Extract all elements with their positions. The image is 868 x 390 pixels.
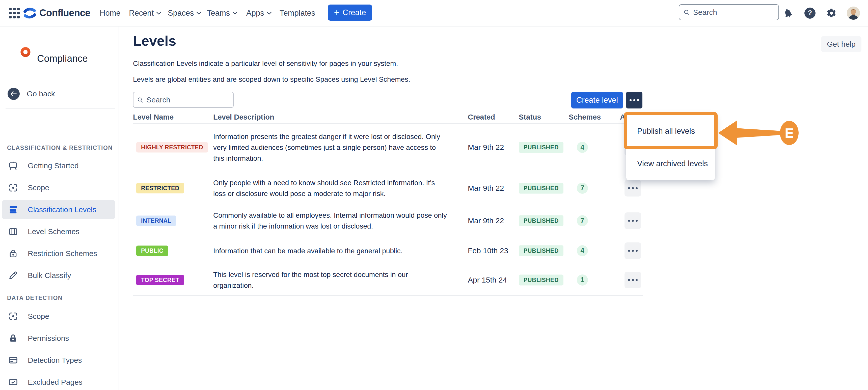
sidebar-item-scope[interactable]: Scope [2, 178, 115, 197]
sidebar-item-classification-levels[interactable]: Classification Levels [2, 200, 115, 219]
status-badge: PUBLISHED [519, 245, 563, 256]
status-badge: PUBLISHED [519, 274, 563, 285]
section-data-detection: DATA DETECTION [7, 295, 63, 301]
schemes-count: 7 [577, 183, 588, 194]
scope-icon [8, 183, 18, 193]
level-description: Only people with a need to know should s… [213, 177, 435, 199]
gear-icon [826, 8, 837, 19]
schemes-count: 4 [577, 245, 588, 256]
get-help-button[interactable]: Get help [821, 36, 862, 52]
created-date: Mar 9th 22 [468, 184, 504, 193]
page-check-icon [8, 377, 18, 387]
created-date: Mar 9th 22 [468, 217, 504, 225]
settings-button[interactable] [826, 0, 837, 26]
level-badge: RESTRICTED [136, 183, 184, 193]
nav-templates[interactable]: Templates [280, 0, 315, 26]
schemes-count: 1 [577, 274, 588, 286]
ellipsis-icon [628, 250, 630, 252]
table-search[interactable] [133, 92, 234, 108]
ellipsis-icon [628, 220, 630, 222]
search-icon [683, 8, 690, 16]
logo-wordmark: Confluence [39, 7, 90, 19]
notifications-button[interactable] [783, 0, 793, 26]
confluence-logo-icon [23, 6, 36, 20]
col-status: Status [519, 113, 541, 121]
status-badge: PUBLISHED [519, 183, 563, 194]
sidebar-item-excluded-pages[interactable]: Excluded Pages [2, 372, 115, 390]
bell-icon [783, 8, 793, 19]
nav-apps[interactable]: Apps [246, 0, 272, 26]
table-row: INTERNAL Commonly available to all emplo… [133, 204, 663, 237]
level-description: Information that can be made available t… [213, 245, 402, 256]
app-logo: Compliance [11, 44, 88, 73]
sidebar-item-dd-scope[interactable]: Scope [2, 307, 115, 326]
row-actions-button[interactable] [624, 272, 641, 288]
lock-open-icon [8, 249, 18, 259]
sidebar-item-permissions[interactable]: Permissions [2, 329, 115, 348]
col-created: Created [468, 113, 495, 121]
ellipsis-icon [628, 187, 630, 189]
confluence-logo[interactable]: Confluence [23, 0, 90, 26]
nav-spaces[interactable]: Spaces [168, 0, 202, 26]
scope-icon [8, 311, 18, 321]
level-description: Information presents the greatest danger… [213, 131, 440, 164]
back-icon [7, 88, 20, 100]
intro-line-1: Classification Levels indicate a particu… [133, 60, 398, 68]
sidebar-item-bulk-classify[interactable]: Bulk Classify [2, 266, 115, 285]
nav-teams[interactable]: Teams [207, 0, 238, 26]
created-date: Apr 15th 24 [468, 276, 507, 284]
top-navigation: Confluence Home Recent Spaces Teams Apps… [0, 0, 868, 27]
row-actions-button[interactable] [624, 180, 641, 196]
global-search[interactable] [679, 4, 779, 20]
user-menu[interactable] [847, 0, 860, 26]
help-button[interactable]: ? [804, 0, 815, 26]
status-badge: PUBLISHED [519, 215, 563, 226]
easel-icon [8, 161, 18, 171]
nav-recent[interactable]: Recent [129, 0, 161, 26]
go-back-button[interactable]: Go back [7, 88, 55, 100]
ellipsis-icon [629, 99, 631, 101]
chevron-down-icon [267, 11, 272, 15]
col-level-name: Level Name [133, 113, 174, 121]
chevron-down-icon [196, 11, 202, 15]
schemes-count: 4 [577, 142, 588, 153]
sidebar: Compliance Go back CLASSIFICATION & REST… [0, 27, 119, 390]
create-button[interactable]: + Create [328, 4, 372, 21]
annotation-badge: E [780, 121, 799, 145]
table-more-button[interactable] [626, 92, 643, 108]
menu-item-publish-all-levels[interactable]: Publish all levels [626, 115, 715, 148]
row-actions-button[interactable] [624, 213, 641, 229]
more-menu: Publish all levels View archived levels [626, 115, 715, 180]
app-switcher-icon[interactable] [9, 8, 20, 19]
card-icon [8, 355, 18, 365]
key-icon [11, 45, 32, 72]
row-actions-button[interactable] [624, 242, 641, 259]
level-description: This level is reserved for the most top … [213, 269, 408, 291]
page-root: Confluence Home Recent Spaces Teams Apps… [0, 0, 868, 390]
level-badge: TOP SECRET [136, 275, 184, 285]
table-row: RESTRICTED Only people with a need to kn… [133, 172, 663, 204]
global-search-input[interactable] [693, 8, 774, 17]
section-classification-restriction: CLASSIFICATION & RESTRICTION [7, 144, 113, 151]
nav-home[interactable]: Home [100, 0, 121, 26]
table-row: TOP SECRET This level is reserved for th… [133, 264, 663, 295]
level-badge: INTERNAL [136, 216, 176, 226]
schemes-count: 7 [577, 215, 588, 226]
sidebar-item-detection-types[interactable]: Detection Types [2, 351, 115, 370]
help-icon: ? [804, 7, 815, 19]
create-level-button[interactable]: Create level [571, 92, 623, 108]
sidebar-item-restriction-schemes[interactable]: Restriction Schemes [2, 244, 115, 263]
created-date: Mar 9th 22 [468, 143, 504, 152]
sidebar-item-level-schemes[interactable]: Level Schemes [2, 222, 115, 241]
menu-item-view-archived-levels[interactable]: View archived levels [626, 148, 715, 180]
stack-icon [8, 204, 18, 215]
divider [5, 108, 115, 109]
ellipsis-icon [628, 279, 630, 281]
sidebar-item-getting-started[interactable]: Getting Started [2, 156, 115, 175]
app-name: Compliance [37, 53, 88, 64]
table-row: PUBLIC Information that can be made avai… [133, 237, 663, 264]
chevron-down-icon [156, 11, 161, 15]
intro-line-2: Levels are global entities and are scope… [133, 75, 410, 84]
status-badge: PUBLISHED [519, 142, 563, 153]
table-search-input[interactable] [146, 96, 229, 104]
